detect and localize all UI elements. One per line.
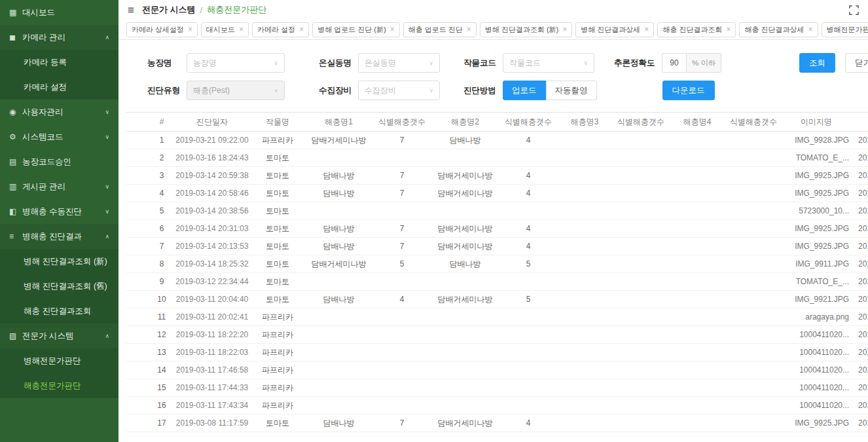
cell-cnt2: 5 (499, 259, 557, 268)
tab-label: 해충 업로드 진단 (408, 25, 463, 35)
cell-crop: 토마토 (251, 170, 304, 181)
sidebar-item[interactable]: 농장코드승인 (0, 149, 118, 174)
auto-capture-method-button[interactable]: 자동촬영 (546, 81, 597, 100)
farm-select[interactable]: 농장명 (187, 53, 285, 73)
table-header-row: # 진단일자 작물명 해충명1 식별해충갯수 해충명2 식별해충갯수 해충명3 … (126, 112, 868, 132)
sidebar-item-icon (9, 8, 22, 17)
table-row: 8 2019-03-14 18:25:32 토마토 담배거세미나방 5 담배나방… (126, 255, 868, 273)
tab[interactable]: 대시보드 (201, 22, 249, 37)
tab[interactable]: 해충 진단결과조회 (657, 22, 736, 37)
breadcrumb-current: 해충전문가판단 (207, 4, 266, 16)
table-row: 2 2019-03-16 18:24:43 토마토 TOMATO_E_... (126, 149, 868, 167)
tab-label: 해충 진단결과조회 (662, 25, 722, 35)
crop-code-select-placeholder: 작물코드 (509, 58, 541, 69)
diagnosis-type-select[interactable]: 해충(Pest) (187, 81, 285, 100)
cell-pest1: 담배나방 (304, 294, 373, 305)
sidebar-item[interactable]: 병해전문가판단 (0, 348, 118, 373)
content: 농장명 농장명 온실동명 온실동명 작물코드 (118, 40, 868, 442)
device-select[interactable]: 수집장비 (358, 81, 440, 100)
column-header-cnt3: 식별해충갯수 (612, 117, 670, 128)
diagnosis-type-filter: 진단유형 해충(Pest) (147, 81, 285, 100)
tab-close-icon[interactable] (467, 26, 471, 33)
tab-close-icon[interactable] (390, 26, 395, 33)
tab-label: 병해 업로드 진단 (新) (317, 25, 386, 35)
tab[interactable]: 병해 진단결과상세 (575, 22, 654, 37)
sidebar-item[interactable]: 해충 진단결과조회 (0, 299, 118, 323)
cell-cnt1: 7 (373, 418, 431, 428)
close-button[interactable]: 닫기 (845, 53, 868, 73)
cell-cnt1: 7 (373, 224, 431, 233)
cell-num: 6 (150, 224, 173, 233)
chevron-down-icon (583, 60, 588, 66)
filter-panel: 농장명 농장명 온실동명 온실동명 작물코드 (147, 53, 868, 100)
crop-code-select[interactable]: 작물코드 (503, 53, 594, 73)
column-header-cnt4: 식별해충갯수 (725, 117, 782, 128)
sidebar-item[interactable]: 사용자관리 (0, 100, 118, 124)
crop-code-label: 작물코드 (463, 58, 503, 69)
table-row: 1 2019-03-21 09:22:00 파프리카 담배거세미나방 7 담배나… (126, 132, 868, 149)
table-row: 4 2019-03-14 20:58:46 토마토 담배나방 7 담배거세미나방… (126, 185, 868, 202)
sidebar-item[interactable]: 카메라 설정 (0, 75, 118, 100)
cell-cnt1: 7 (373, 136, 431, 145)
cell-image: 1000411020... (782, 383, 850, 392)
sidebar: 대시보드 카메라 관리 카메라 등록 카메라 설정 사용자관리 (0, 0, 118, 442)
sidebar-item-label: 대시보드 (22, 7, 55, 18)
device-filter: 수집장비 수집장비 (319, 81, 440, 100)
sidebar-item-label: 병해 진단결과조회 (新) (24, 256, 107, 267)
sidebar-item[interactable]: 병해 진단결과조회 (新) (0, 249, 118, 274)
cell-pest2: 담배나방 (431, 259, 499, 270)
search-button[interactable]: 조회 (799, 53, 835, 73)
chevron-down-icon (429, 87, 433, 94)
column-header-image: 이미지명 (782, 117, 850, 128)
sidebar-item[interactable]: 전문가 시스템 (0, 323, 118, 348)
cell-image: IMG_9925.JPG (782, 242, 850, 251)
sidebar-item-label: 카메라 등록 (24, 57, 67, 68)
tab-close-icon[interactable] (808, 26, 813, 33)
tab[interactable]: 카메라 상세설정 (126, 22, 198, 37)
sidebar-item[interactable]: 병해충 수동진단 (0, 199, 118, 224)
accuracy-input[interactable] (662, 53, 687, 73)
sidebar-item[interactable]: 카메라 관리 (0, 25, 118, 50)
cell-cnt2: 5 (499, 295, 557, 304)
tab-close-icon[interactable] (644, 26, 649, 33)
cell-crop: 토마토 (251, 294, 304, 305)
tab[interactable]: 병해전문가판단 (822, 22, 868, 37)
cell-image: 1000411020... (782, 330, 850, 339)
table-row: 17 2019-03-08 11:17:59 토마토 담배나방 7 담배거세미나… (126, 414, 868, 432)
tab[interactable]: 해충 업로드 진단 (403, 22, 477, 37)
cell-crop: 파프리카 (251, 365, 304, 376)
tab-close-icon[interactable] (299, 26, 304, 33)
menu-icon[interactable]: ≡ (128, 5, 134, 16)
cell-num: 12 (150, 330, 173, 339)
tab-close-icon[interactable] (239, 26, 244, 33)
tab[interactable]: 병해 진단결과조회 (新) (480, 22, 572, 37)
tab-label: 카메라 상세설정 (132, 25, 184, 35)
tab[interactable]: 해충 진단결과상세 (739, 22, 818, 37)
tab-close-icon[interactable] (562, 26, 567, 33)
sidebar-item[interactable]: 대시보드 (0, 0, 118, 25)
tab-close-icon[interactable] (188, 26, 192, 33)
tab[interactable]: 카메라 설정 (252, 22, 309, 37)
cell-pest1: 담배거세미나방 (304, 135, 373, 146)
table-row: 15 2019-03-11 17:44:33 파프리카 1000411020 (126, 379, 868, 397)
tab-close-icon[interactable] (726, 26, 731, 33)
sidebar-item[interactable]: 병해충 진단결과 (0, 224, 118, 249)
sidebar-item[interactable]: 해충전문가판단 (0, 373, 118, 398)
cell-pest1: 담배거세미나방 (304, 259, 373, 270)
greenhouse-select[interactable]: 온실동명 (358, 53, 440, 73)
sidebar-item[interactable]: 카메라 등록 (0, 50, 118, 75)
tab[interactable]: 병해 업로드 진단 (新) (312, 22, 400, 37)
cell-num: 14 (150, 365, 173, 375)
cell-pest2: 담배나방 (431, 135, 499, 146)
fullscreen-icon[interactable] (849, 5, 859, 15)
download-button[interactable]: 다운로드 (662, 81, 715, 100)
breadcrumb-separator: / (200, 5, 203, 15)
table-row: 12 2019-03-11 18:22:20 파프리카 1000411020 (126, 326, 868, 344)
sidebar-item[interactable]: 시스템코드 (0, 124, 118, 149)
farm-select-placeholder: 농장명 (193, 58, 217, 69)
sidebar-item[interactable]: 병해 진단결과조회 (舊) (0, 274, 118, 299)
cell-cnt1: 7 (373, 189, 431, 198)
cell-num: 1 (150, 136, 173, 145)
upload-method-button[interactable]: 업로드 (503, 81, 546, 100)
sidebar-item[interactable]: 게시판 관리 (0, 174, 118, 199)
